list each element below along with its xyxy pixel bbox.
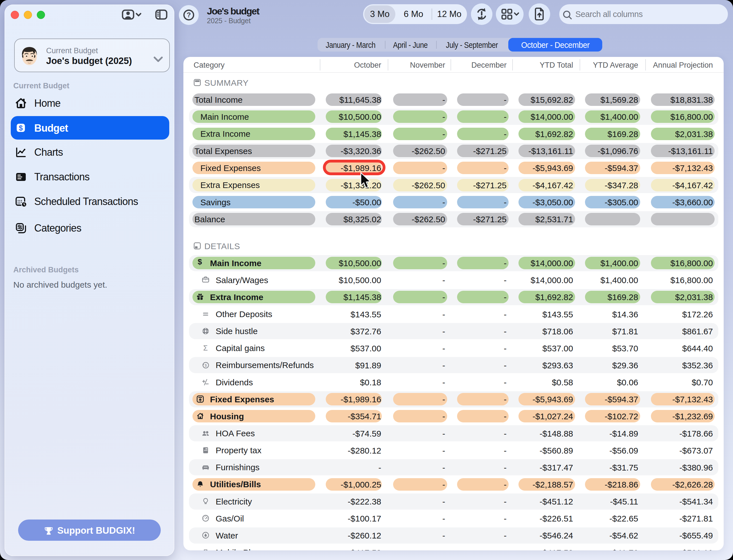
svg-text:?: ?: [187, 11, 191, 19]
svg-text:$: $: [205, 363, 207, 367]
svg-text:$: $: [198, 259, 202, 266]
svg-text:Σ: Σ: [203, 344, 208, 352]
